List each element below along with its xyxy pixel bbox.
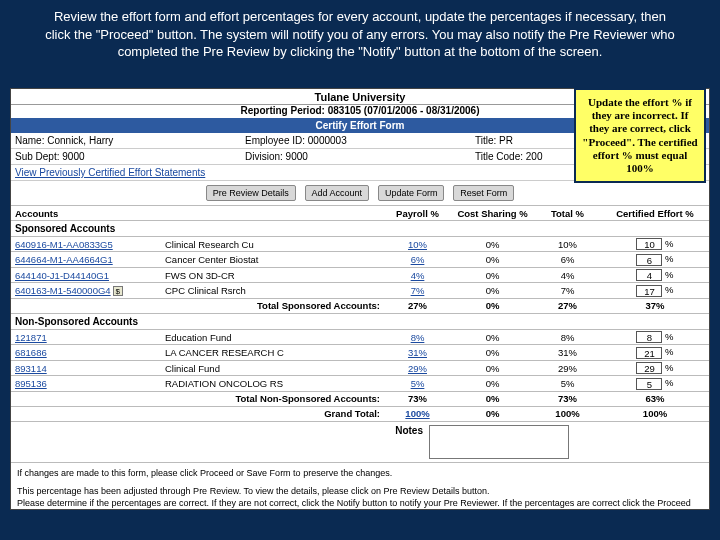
payroll-value[interactable]: 10% (380, 239, 455, 250)
table-row: 895136 RADIATION ONCOLOG RS 5% 0% 5% 5 % (11, 376, 709, 391)
payroll-value[interactable]: 31% (380, 347, 455, 358)
grand-total-payroll: 100% (380, 408, 455, 419)
table-row: 644140-J1-D44140G1 FWS ON 3D-CR 4% 0% 4%… (11, 268, 709, 283)
col-total: Total % (530, 208, 605, 219)
costshare-value: 0% (455, 285, 530, 296)
employee-id-value: 0000003 (308, 135, 347, 146)
account-link[interactable]: 644664-M1-AA4664G1 (15, 254, 165, 265)
title-value: PR (499, 135, 513, 146)
account-link[interactable]: 893114 (15, 363, 165, 374)
subdept-value: 9000 (62, 151, 84, 162)
table-row: 893114 Clinical Fund 29% 0% 29% 29 % (11, 361, 709, 376)
grand-total-row: Grand Total: 100% 0% 100% 100% (11, 407, 709, 422)
table-row: 640163-M1-540000G4$ CPC Clinical Rsrch 7… (11, 283, 709, 298)
top-button-bar: Pre Review Details Add Account Update Fo… (11, 181, 709, 206)
notes-label: Notes (15, 425, 429, 436)
name-label: Name: (15, 135, 44, 146)
col-costshare: Cost Sharing % (455, 208, 530, 219)
title-label: Title: (475, 135, 496, 146)
account-desc: LA CANCER RESEARCH C (165, 347, 380, 358)
account-desc: Cancer Center Biostat (165, 254, 380, 265)
account-link[interactable]: 644140-J1-D44140G1 (15, 270, 165, 281)
payroll-value[interactable]: 7% (380, 285, 455, 296)
certified-input[interactable]: 8 (636, 331, 662, 343)
payroll-value[interactable]: 5% (380, 378, 455, 389)
account-link[interactable]: 681686 (15, 347, 165, 358)
costshare-value: 0% (455, 254, 530, 265)
table-row: 640916-M1-AA0833G5 Clinical Research Cu … (11, 237, 709, 252)
employee-id-label: Employee ID: (245, 135, 305, 146)
add-account-button[interactable]: Add Account (305, 185, 370, 201)
nonsponsored-section-header: Non-Sponsored Accounts (11, 314, 709, 330)
grand-total-total: 100% (530, 408, 605, 419)
total-value: 7% (530, 285, 605, 296)
total-value: 4% (530, 270, 605, 281)
grand-total-label: Grand Total: (165, 408, 380, 419)
col-payroll: Payroll % (380, 208, 455, 219)
certified-input[interactable]: 4 (636, 269, 662, 281)
certified-input[interactable]: 6 (636, 254, 662, 266)
grand-total-cert: 100% (605, 408, 705, 419)
titlecode-value: 200 (526, 151, 543, 162)
account-link[interactable]: 640163-M1-540000G4 (15, 285, 111, 296)
total-value: 6% (530, 254, 605, 265)
sponsored-total-label: Total Sponsored Accounts: (165, 300, 380, 311)
col-accounts: Accounts (15, 208, 165, 219)
table-row: 644664-M1-AA4664G1 Cancer Center Biostat… (11, 252, 709, 267)
titlecode-label: Title Code: (475, 151, 523, 162)
total-value: 8% (530, 332, 605, 343)
account-link[interactable]: 895136 (15, 378, 165, 389)
certified-input[interactable]: 29 (636, 362, 662, 374)
account-desc: CPC Clinical Rsrch (165, 285, 380, 296)
account-desc: FWS ON 3D-CR (165, 270, 380, 281)
sponsored-total-payroll: 27% (380, 300, 455, 311)
costshare-value: 0% (455, 363, 530, 374)
division-value: 9000 (286, 151, 308, 162)
pre-review-details-button[interactable]: Pre Review Details (206, 185, 296, 201)
dollar-icon: $ (113, 286, 123, 296)
certified-input[interactable]: 5 (636, 378, 662, 390)
table-row: 121871 Education Fund 8% 0% 8% 8 % (11, 330, 709, 345)
reset-form-button[interactable]: Reset Form (453, 185, 514, 201)
account-link[interactable]: 121871 (15, 332, 165, 343)
callout-tip: Update the effort % if they are incorrec… (574, 88, 706, 183)
sponsored-total-row: Total Sponsored Accounts: 27% 0% 27% 37% (11, 299, 709, 314)
sponsored-total-cert: 37% (605, 300, 705, 311)
certified-input[interactable]: 21 (636, 347, 662, 359)
update-form-button[interactable]: Update Form (378, 185, 445, 201)
account-desc: Clinical Research Cu (165, 239, 380, 250)
instruction-banner: Review the effort form and effort percen… (0, 0, 720, 69)
nonsponsored-total-payroll: 73% (380, 393, 455, 404)
footer-bar (0, 510, 720, 540)
nonsponsored-total-row: Total Non-Sponsored Accounts: 73% 0% 73%… (11, 392, 709, 407)
sponsored-total-total: 27% (530, 300, 605, 311)
nonsponsored-total-label: Total Non-Sponsored Accounts: (165, 393, 380, 404)
account-desc: RADIATION ONCOLOG RS (165, 378, 380, 389)
account-desc: Clinical Fund (165, 363, 380, 374)
name-value: Connick, Harry (47, 135, 113, 146)
certified-input[interactable]: 17 (636, 285, 662, 297)
payroll-value[interactable]: 6% (380, 254, 455, 265)
payroll-value[interactable]: 29% (380, 363, 455, 374)
message-2: This percentage has been adjusted throug… (17, 485, 703, 497)
nonsponsored-total-cs: 0% (455, 393, 530, 404)
account-desc: Education Fund (165, 332, 380, 343)
message-1: If changes are made to this form, please… (17, 467, 703, 479)
notes-textarea[interactable] (429, 425, 569, 459)
nonsponsored-total-total: 73% (530, 393, 605, 404)
total-value: 10% (530, 239, 605, 250)
costshare-value: 0% (455, 378, 530, 389)
payroll-value[interactable]: 4% (380, 270, 455, 281)
nonsponsored-total-cert: 63% (605, 393, 705, 404)
total-value: 29% (530, 363, 605, 374)
notes-row: Notes (11, 422, 709, 463)
certified-input[interactable]: 10 (636, 238, 662, 250)
costshare-value: 0% (455, 332, 530, 343)
payroll-value[interactable]: 8% (380, 332, 455, 343)
division-label: Division: (245, 151, 283, 162)
costshare-value: 0% (455, 347, 530, 358)
sponsored-section-header: Sponsored Accounts (11, 221, 709, 237)
total-value: 31% (530, 347, 605, 358)
view-previous-link[interactable]: View Previously Certified Effort Stateme… (15, 167, 245, 178)
account-link[interactable]: 640916-M1-AA0833G5 (15, 239, 165, 250)
